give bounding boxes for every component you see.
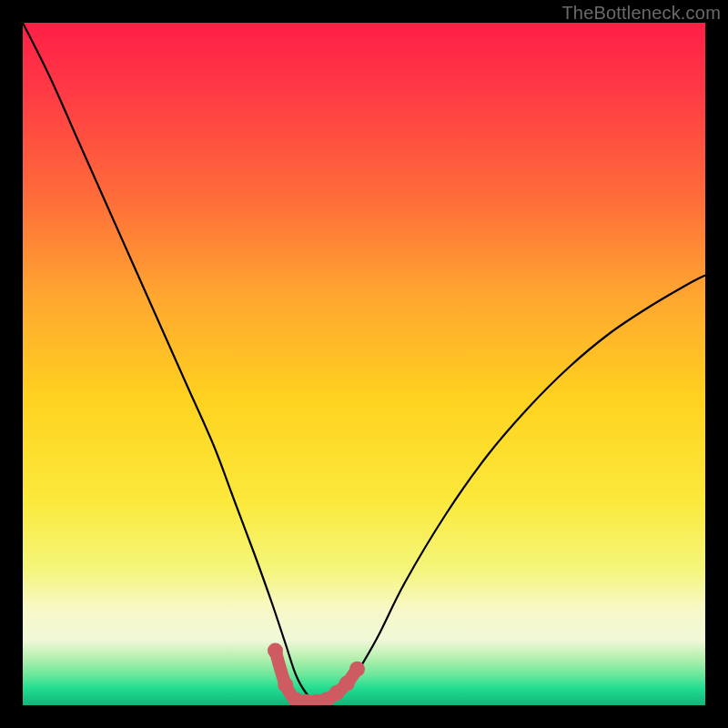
chart-frame: TheBottleneck.com <box>0 0 728 728</box>
watermark-text: TheBottleneck.com <box>561 3 721 24</box>
optimal-marker <box>349 662 365 677</box>
optimal-marker <box>278 677 293 693</box>
optimal-marker <box>268 643 283 659</box>
chart-svg <box>23 23 705 705</box>
plot-area <box>23 23 705 705</box>
optimal-marker <box>339 676 355 692</box>
gradient-background <box>23 23 705 705</box>
